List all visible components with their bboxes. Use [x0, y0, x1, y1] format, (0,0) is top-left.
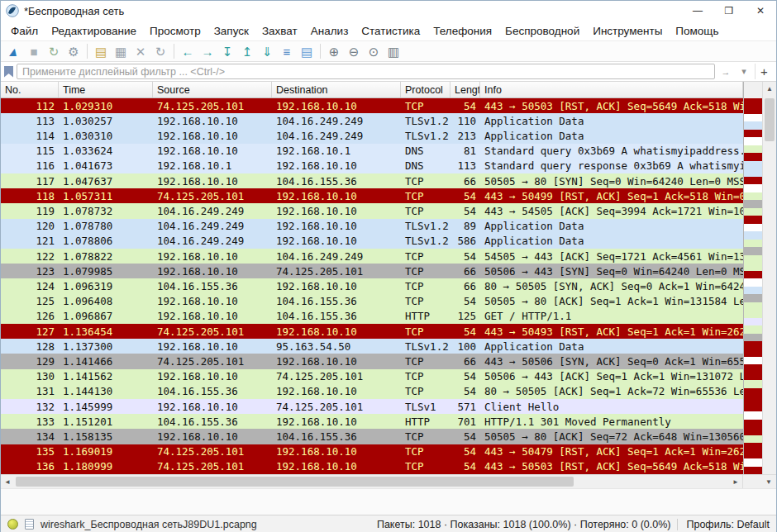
filter-bookmark-icon[interactable]	[4, 66, 13, 78]
table-row[interactable]: 1241.096319104.16.155.36192.168.10.10TCP…	[1, 278, 743, 293]
table-row[interactable]: 1361.18099974.125.205.101192.168.10.10TC…	[1, 459, 743, 474]
table-row[interactable]: 1181.05731174.125.205.101192.168.10.10TC…	[1, 188, 743, 203]
scrollbar-corner: ▼	[742, 475, 776, 488]
menu-item-6[interactable]: Статистика	[355, 23, 427, 39]
scroll-right-icon[interactable]: ►	[729, 475, 742, 488]
cell-info: 443 → 50479 [RST, ACK] Seq=1 Ack=1 Win=2…	[480, 445, 743, 458]
menu-item-7[interactable]: Телефония	[427, 23, 498, 39]
table-row[interactable]: 1311.144130104.16.155.36192.168.10.10TCP…	[1, 384, 743, 399]
cell-info: 443 → 50499 [RST, ACK] Seq=1 Ack=518 Win…	[480, 190, 743, 202]
back-icon[interactable]: ←	[178, 42, 198, 60]
table-row[interactable]: 1191.078732104.16.249.249192.168.10.10TC…	[1, 203, 743, 218]
autoscroll-icon[interactable]: ≡	[277, 42, 297, 60]
close-file-icon[interactable]: ✕	[131, 42, 150, 60]
minimap-stripe	[744, 294, 762, 302]
display-filter-input[interactable]	[17, 64, 715, 79]
expert-info-icon[interactable]	[7, 519, 18, 530]
menu-item-4[interactable]: Захват	[255, 23, 304, 39]
table-row[interactable]: 1141.030310192.168.10.10104.16.249.249TL…	[1, 128, 743, 143]
table-row[interactable]: 1261.096867192.168.10.10104.16.155.36HTT…	[1, 309, 743, 324]
table-row[interactable]: 1171.047637192.168.10.10104.16.155.36TCP…	[1, 173, 743, 188]
cell-length: 66	[450, 355, 480, 368]
goto-packet-icon[interactable]: ↧	[217, 42, 237, 60]
maximize-button[interactable]: ❒	[713, 1, 745, 21]
horizontal-scroll-thumb[interactable]	[16, 477, 574, 487]
column-header-time[interactable]: Time	[59, 82, 153, 97]
zoom-out-icon[interactable]: ⊖	[344, 42, 364, 60]
menu-item-10[interactable]: Помощь	[669, 23, 725, 39]
reload-file-icon[interactable]: ↻	[150, 42, 170, 60]
menu-item-3[interactable]: Запуск	[207, 23, 255, 39]
scroll-down-icon[interactable]: ▼	[765, 478, 772, 486]
intelligent-scrollbar-minimap[interactable]	[743, 82, 762, 474]
capture-comment-icon[interactable]	[25, 519, 34, 530]
vertical-scrollbar[interactable]: ▲	[762, 82, 776, 474]
scroll-left-icon[interactable]: ◄	[1, 475, 14, 488]
goto-top-icon[interactable]: ↥	[237, 42, 257, 60]
table-row[interactable]: 1331.151201104.16.155.36192.168.10.10HTT…	[1, 414, 743, 429]
vertical-scroll-track[interactable]	[763, 95, 776, 474]
cell-source: 74.125.205.101	[153, 460, 272, 473]
horizontal-scrollbar[interactable]: ◄ ►	[1, 475, 742, 488]
menu-item-2[interactable]: Просмотр	[143, 23, 207, 39]
column-header-no[interactable]: No.	[1, 82, 59, 97]
minimize-button[interactable]: —	[682, 1, 713, 21]
table-row[interactable]: 1301.141562192.168.10.1074.125.205.101TC…	[1, 369, 743, 384]
table-row[interactable]: 1251.096408192.168.10.10104.16.155.36TCP…	[1, 294, 743, 309]
table-row[interactable]: 1151.033624192.168.10.10192.168.10.1DNS8…	[1, 144, 743, 159]
resize-columns-icon[interactable]: ▥	[384, 42, 403, 60]
filter-add-button[interactable]: +	[755, 64, 773, 79]
menu-item-0[interactable]: Файл	[4, 23, 45, 39]
table-row[interactable]: 1221.078822192.168.10.10104.16.249.249TC…	[1, 249, 743, 264]
filter-dropdown-icon[interactable]: ▾	[736, 64, 751, 79]
table-row[interactable]: 1121.02931074.125.205.101192.168.10.10TC…	[1, 98, 743, 113]
cell-destination: 192.168.10.10	[272, 325, 401, 338]
zoom-in-icon[interactable]: ⊕	[324, 42, 344, 60]
cell-source: 104.16.155.36	[153, 416, 272, 428]
table-row[interactable]: 1351.16901974.125.205.101192.168.10.10TC…	[1, 444, 743, 459]
minimap-stripe	[744, 240, 762, 247]
column-header-length[interactable]: Length	[450, 82, 480, 97]
column-header-protocol[interactable]: Protocol	[401, 82, 450, 97]
capture-options-icon[interactable]: ⚙	[64, 42, 83, 60]
horizontal-scroll-track[interactable]	[14, 475, 729, 488]
open-file-icon[interactable]: ▤	[91, 42, 111, 60]
forward-icon[interactable]: →	[198, 42, 217, 60]
table-row[interactable]: 1321.145999192.168.10.1074.125.205.101TL…	[1, 399, 743, 414]
table-row[interactable]: 1231.079985192.168.10.1074.125.205.101TC…	[1, 264, 743, 278]
menu-item-1[interactable]: Редактирование	[45, 23, 143, 39]
column-header-info[interactable]: Info	[480, 82, 743, 97]
save-file-icon[interactable]: ▦	[111, 42, 131, 60]
profile-label[interactable]: Профиль: Default	[677, 519, 770, 530]
cell-length: 100	[450, 340, 480, 353]
table-row[interactable]: 1131.030257192.168.10.10104.16.249.249TL…	[1, 113, 743, 128]
table-row[interactable]: 1201.078780104.16.249.249192.168.10.10TL…	[1, 219, 743, 234]
colorize-icon[interactable]: ▤	[297, 42, 317, 60]
cell-protocol: TCP	[401, 100, 450, 112]
scroll-up-icon[interactable]: ▲	[763, 82, 776, 95]
minimap-stripe	[744, 106, 762, 113]
cell-info: Standard query 0x3b69 A whatismyipaddres…	[480, 145, 743, 157]
restart-capture-icon[interactable]: ↻	[44, 42, 64, 60]
menu-item-9[interactable]: Инструменты	[586, 23, 669, 39]
menu-item-5[interactable]: Анализ	[304, 23, 355, 39]
status-bar: wireshark_Беспроводная сетьJ89DU1.pcapng…	[1, 515, 776, 532]
vertical-scroll-thumb[interactable]	[765, 98, 775, 141]
filter-apply-icon[interactable]: →	[718, 64, 733, 79]
zoom-reset-icon[interactable]: ⊙	[364, 42, 384, 60]
stop-capture-icon[interactable]: ■	[24, 42, 44, 60]
table-row[interactable]: 1211.078806104.16.249.249192.168.10.10TL…	[1, 234, 743, 249]
cell-time: 1.029310	[59, 100, 153, 112]
table-row[interactable]: 1161.041673192.168.10.1192.168.10.10DNS1…	[1, 159, 743, 173]
goto-bottom-icon[interactable]: ⇓	[257, 42, 277, 60]
menu-item-8[interactable]: Беспроводной	[498, 23, 586, 39]
table-row[interactable]: 1271.13645474.125.205.101192.168.10.10TC…	[1, 324, 743, 339]
column-header-destination[interactable]: Destination	[272, 82, 401, 97]
close-button[interactable]: ✕	[745, 1, 776, 21]
cell-length: 586	[450, 235, 480, 247]
table-row[interactable]: 1291.14146674.125.205.101192.168.10.10TC…	[1, 354, 743, 368]
table-row[interactable]: 1341.158135192.168.10.10104.16.155.36TCP…	[1, 429, 743, 444]
table-row[interactable]: 1281.137300192.168.10.1095.163.54.50TLSv…	[1, 339, 743, 354]
column-header-source[interactable]: Source	[153, 82, 272, 97]
start-capture-icon[interactable]: ▲	[2, 41, 26, 60]
